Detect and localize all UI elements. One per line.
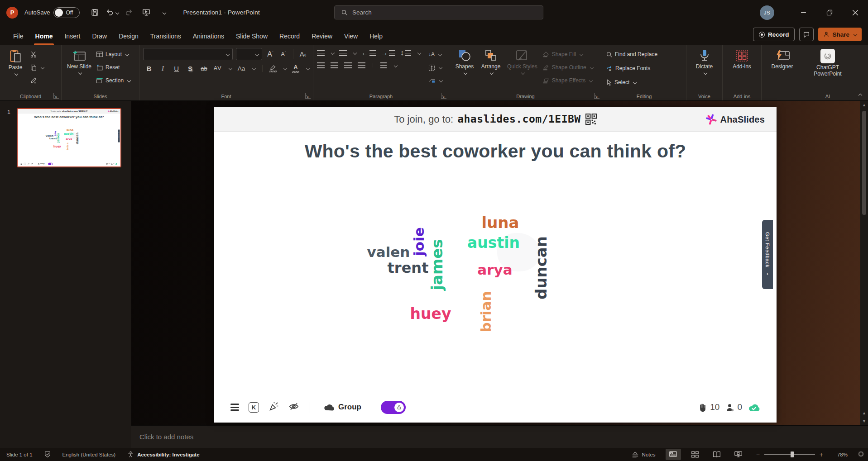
share-button[interactable]: Share: [818, 28, 862, 41]
slide-indicator[interactable]: Slide 1 of 1: [6, 452, 33, 457]
text-shadow-button[interactable]: S: [186, 65, 194, 72]
align-center-button[interactable]: [331, 62, 338, 68]
zoom-in-button[interactable]: +: [820, 451, 823, 458]
tab-record[interactable]: Record: [273, 28, 306, 45]
scrollbar-thumb[interactable]: [862, 111, 866, 215]
tab-file[interactable]: File: [7, 28, 29, 45]
scroll-up-arrow[interactable]: ▲: [862, 101, 866, 109]
customize-qat-button[interactable]: [156, 5, 171, 20]
minimize-button[interactable]: [791, 0, 816, 25]
next-slide-button[interactable]: ▼: [862, 417, 866, 425]
align-right-button[interactable]: [344, 62, 352, 68]
dictate-button[interactable]: Dictate: [693, 48, 716, 90]
copy-button[interactable]: [30, 62, 44, 72]
format-painter-button[interactable]: [30, 76, 44, 86]
tab-home[interactable]: Home: [29, 28, 59, 45]
new-slide-button[interactable]: New Slide: [65, 48, 93, 90]
font-dialog-launcher[interactable]: ↘: [305, 93, 311, 99]
powerpoint-logo-icon[interactable]: P: [6, 7, 18, 19]
change-case-button[interactable]: Aa: [237, 65, 245, 72]
tab-help[interactable]: Help: [364, 28, 388, 45]
select-button[interactable]: Select: [606, 77, 657, 87]
paste-button[interactable]: Paste: [4, 48, 27, 90]
fit-to-window-button[interactable]: [858, 451, 864, 458]
bold-button[interactable]: B: [145, 65, 153, 72]
font-color-button[interactable]: A: [292, 64, 299, 73]
designer-button[interactable]: Designer: [769, 48, 795, 90]
keyboard-shortcut-icon[interactable]: K: [249, 402, 259, 413]
align-text-button[interactable]: [428, 62, 442, 72]
record-button[interactable]: Record: [753, 28, 795, 41]
clear-formatting-button[interactable]: A◊: [298, 50, 308, 58]
normal-view-button[interactable]: [666, 449, 681, 460]
slide[interactable]: To join, go to: ahaslides.com/1EIBW: [18, 109, 120, 166]
zoom-slider-thumb[interactable]: [791, 451, 794, 457]
find-replace-button[interactable]: Find and Replace: [606, 49, 657, 59]
get-feedback-tab[interactable]: Get Feedback ‹: [762, 220, 773, 289]
character-spacing-button[interactable]: AV: [214, 65, 222, 71]
tab-insert[interactable]: Insert: [58, 28, 86, 45]
font-name-combobox[interactable]: [143, 48, 233, 60]
italic-button[interactable]: I: [158, 65, 167, 72]
zoom-out-button[interactable]: −: [756, 451, 760, 458]
comments-button[interactable]: [799, 28, 814, 41]
notes-toggle[interactable]: Notes: [632, 451, 656, 457]
strikethrough-button[interactable]: ab: [200, 65, 208, 72]
tab-design[interactable]: Design: [113, 28, 144, 45]
spell-check-button[interactable]: [44, 451, 51, 458]
start-slideshow-button[interactable]: [139, 5, 154, 20]
tab-slide-show[interactable]: Slide Show: [230, 28, 273, 45]
layout-button[interactable]: Layout: [96, 49, 130, 59]
tab-review[interactable]: Review: [306, 28, 338, 45]
justify-button[interactable]: [358, 62, 365, 68]
tab-animations[interactable]: Animations: [187, 28, 230, 45]
reset-button[interactable]: Reset: [96, 62, 130, 72]
menu-icon[interactable]: [230, 404, 239, 411]
addins-button[interactable]: Add-ins: [730, 48, 754, 90]
bullets-button[interactable]: [317, 50, 325, 56]
autosave-toggle[interactable]: Off: [53, 7, 80, 18]
slideshow-view-button[interactable]: [731, 449, 746, 460]
shrink-font-button[interactable]: Aˇ: [278, 51, 288, 57]
clipboard-dialog-launcher[interactable]: ↘: [53, 93, 59, 99]
arrange-button[interactable]: Arrange: [479, 48, 503, 90]
reading-view-button[interactable]: [709, 449, 724, 460]
account-avatar[interactable]: JS: [760, 5, 774, 20]
increase-indent-button[interactable]: →: [381, 49, 395, 57]
numbering-button[interactable]: [339, 50, 347, 56]
align-left-button[interactable]: [317, 62, 325, 68]
highlight-color-button[interactable]: [269, 65, 277, 72]
paragraph-dialog-launcher[interactable]: ↘: [441, 93, 446, 99]
language-indicator[interactable]: English (United States): [62, 452, 116, 457]
collapse-ribbon-chevron[interactable]: [858, 94, 862, 97]
search-input[interactable]: Search: [334, 5, 543, 19]
zoom-percentage[interactable]: 78%: [833, 452, 848, 457]
undo-button[interactable]: [104, 5, 120, 20]
convert-smartart-button[interactable]: [428, 76, 442, 86]
previous-slide-button[interactable]: ▲: [862, 409, 866, 417]
shapes-button[interactable]: Shapes: [453, 48, 476, 90]
slide[interactable]: To join, go to: ahaslides.com/1EIBW: [214, 107, 777, 423]
grow-font-button[interactable]: Aˆ: [265, 50, 275, 58]
vertical-scrollbar[interactable]: ▲ ▲ ▼: [860, 101, 868, 425]
line-spacing-button[interactable]: ↕: [400, 49, 411, 57]
drawing-dialog-launcher[interactable]: ↘: [594, 93, 599, 99]
audience-toggle[interactable]: [381, 401, 406, 414]
tab-draw[interactable]: Draw: [86, 28, 113, 45]
chatgpt-button[interactable]: ChatGPT PowerPoint: [808, 48, 847, 90]
undo-dropdown-chevron[interactable]: [115, 10, 119, 14]
columns-button[interactable]: [380, 62, 387, 68]
slide-thumbnail[interactable]: To join, go to: ahaslides.com/1EIBW: [17, 108, 121, 167]
close-button[interactable]: [842, 0, 868, 25]
cut-button[interactable]: [30, 49, 44, 59]
text-direction-button[interactable]: ↓A: [428, 49, 442, 59]
font-size-combobox[interactable]: [236, 48, 262, 60]
tab-transitions[interactable]: Transitions: [144, 28, 187, 45]
decrease-indent-button[interactable]: ←: [361, 49, 376, 57]
save-button[interactable]: [87, 5, 102, 20]
slide-sorter-view-button[interactable]: [687, 449, 703, 460]
zoom-slider[interactable]: [764, 454, 815, 455]
replace-fonts-button[interactable]: A Replace Fonts: [606, 63, 657, 73]
tab-view[interactable]: View: [338, 28, 364, 45]
celebration-icon[interactable]: [269, 401, 279, 413]
